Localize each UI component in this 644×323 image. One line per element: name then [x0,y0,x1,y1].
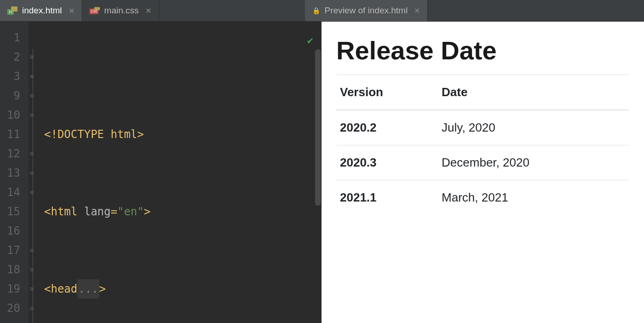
tab-preview[interactable]: 🔒 Preview of index.html ✕ [305,0,428,21]
fold-expand-icon: ⊞ [29,67,44,86]
lock-icon: 🔒 [312,7,320,14]
css-file-icon: CSS [90,6,100,16]
table-row: 2020.3 December, 2020 [336,145,629,180]
preview-pane[interactable]: Release Date Version Date 2020.2 July, 2… [322,22,644,323]
fold-end-icon: ⊟ [29,260,44,279]
inspection-ok-icon[interactable]: ✔ [307,31,313,50]
cell-version: 2021.1 [336,180,438,215]
scrollbar[interactable] [315,49,321,206]
svg-rect-2 [11,6,17,12]
col-header-date: Date [438,75,629,110]
close-icon[interactable]: ✕ [145,6,151,15]
cell-date: March, 2021 [438,180,629,215]
cell-date: July, 2020 [438,110,629,145]
tab-label: Preview of index.html [325,6,408,16]
fold-column[interactable]: ⊟ ⊞ ⊟ ⊟ ⊟ ⊟ ⊟ ⊟ ⊟ ⊟ ⊟ [29,22,44,323]
code-line: <html lang="en"> [44,202,322,221]
page-title: Release Date [336,35,629,65]
fold-marker-icon: ⊟ [29,47,44,67]
cell-version: 2020.3 [336,145,438,180]
fold-marker-icon: ⊟ [29,183,44,202]
fold-marker-icon: ⊟ [29,144,44,163]
close-icon[interactable]: ✕ [69,6,75,15]
close-icon[interactable]: ✕ [414,6,420,15]
col-header-version: Version [336,75,438,110]
code-line: <!DOCTYPE html> [44,125,322,144]
tab-bar-spacer [159,0,305,21]
table-row: 2021.1 March, 2021 [336,180,629,215]
tab-bar-spacer [428,0,644,21]
html-file-icon: H [7,6,17,16]
tab-index-html[interactable]: H index.html ✕ [0,0,82,21]
editor-pane[interactable]: 1 2 3 9 10 11 12 13 14 15 16 17 18 19 20… [0,22,322,323]
fold-marker-icon: ⊟ [29,86,44,105]
code-line: <head...> [44,279,322,299]
cell-version: 2020.2 [336,110,438,145]
tab-bar: H index.html ✕ CSS main.css ✕ 🔒 Preview … [0,0,644,22]
tab-label: main.css [104,6,139,16]
release-table: Version Date 2020.2 July, 2020 2020.3 De… [336,75,629,215]
main-area: 1 2 3 9 10 11 12 13 14 15 16 17 18 19 20… [0,22,644,323]
fold-marker-icon: ⊟ [29,279,44,299]
table-row: 2020.2 July, 2020 [336,110,629,145]
fold-marker-icon: ⊟ [29,105,44,125]
svg-text:CSS: CSS [91,10,97,13]
tab-label: index.html [22,6,62,16]
cell-date: December, 2020 [438,145,629,180]
tab-main-css[interactable]: CSS main.css ✕ [82,0,159,21]
code-area[interactable]: ✔ <!DOCTYPE html> <html lang="en"> <head… [44,22,322,323]
line-number-gutter: 1 2 3 9 10 11 12 13 14 15 16 17 18 19 20 [0,22,29,323]
fold-end-icon: ⊟ [29,241,44,260]
svg-rect-5 [94,7,100,10]
table-header-row: Version Date [336,75,629,110]
fold-marker-icon: ⊟ [29,163,44,183]
fold-marker-icon: ⊟ [29,299,44,318]
